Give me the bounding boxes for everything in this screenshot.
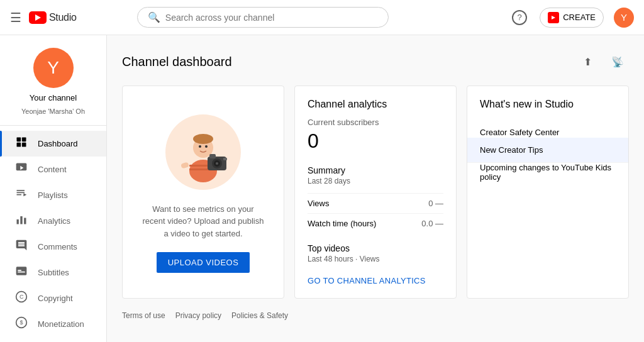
upload-prompt-text: Want to see metrics on your recent video…	[140, 203, 266, 240]
summary-section: Summary Last 28 days Views 0 —Watch time…	[308, 165, 443, 233]
terms-link[interactable]: Terms of use	[122, 311, 165, 320]
policies-link[interactable]: Policies & Safety	[231, 311, 288, 320]
metric-row: Views 0 —	[308, 193, 443, 213]
sidebar-item-label-playlists: Playlists	[38, 190, 68, 200]
svg-rect-11	[20, 216, 22, 224]
hamburger-icon[interactable]: ☰	[10, 10, 21, 25]
content-icon	[15, 162, 28, 177]
dashboard-icon	[15, 136, 28, 152]
go-to-analytics-link[interactable]: GO TO CHANNEL ANALYTICS	[308, 276, 426, 285]
sidebar-item-comments[interactable]: Comments	[0, 234, 106, 260]
subtitles-icon	[15, 265, 28, 280]
nav-items-container: DashboardContentPlaylistsAnalyticsCommen…	[0, 131, 106, 342]
youtube-logo: Studio	[29, 11, 77, 24]
subscribers-label: Current subscribers	[308, 118, 443, 127]
svg-rect-13	[16, 267, 27, 275]
upload-icon: ⬆	[584, 56, 592, 68]
sidebar-item-label-copyright: Copyright	[38, 294, 73, 303]
sidebar-item-label-analytics: Analytics	[38, 216, 70, 226]
monetization-icon: $	[15, 316, 28, 332]
sidebar-item-copyright[interactable]: CCopyright	[0, 285, 106, 311]
svg-text:C: C	[19, 294, 24, 300]
svg-rect-15	[18, 272, 25, 273]
upload-icon-button[interactable]: ⬆	[576, 50, 599, 73]
header-right: ? CREATE Y	[509, 8, 634, 28]
avatar-letter: Y	[621, 12, 627, 23]
channel-handle: Yeonjae 'Marsha' Oh	[21, 108, 85, 115]
svg-rect-14	[18, 270, 21, 271]
sidebar-item-customization[interactable]: Customization	[0, 337, 106, 342]
svg-rect-7	[17, 192, 25, 194]
footer: Terms of use Privacy policy Policies & S…	[122, 311, 629, 320]
upload-videos-button[interactable]: UPLOAD VIDEOS	[157, 252, 250, 273]
svg-point-25	[193, 134, 213, 144]
subscribers-section: Current subscribers 0	[308, 118, 443, 153]
privacy-link[interactable]: Privacy policy	[175, 311, 221, 320]
metric-label: Watch time (hours)	[308, 219, 376, 228]
go-live-icon: 📡	[611, 56, 624, 68]
header-left: ☰ Studio	[10, 10, 77, 25]
svg-text:$: $	[20, 319, 23, 326]
avatar[interactable]: Y	[614, 8, 634, 28]
sidebar: Y Your channel Yeonjae 'Marsha' Oh Dashb…	[0, 35, 107, 342]
metric-label: Views	[308, 199, 329, 208]
channel-avatar-letter: Y	[47, 58, 59, 78]
search-input[interactable]	[165, 13, 378, 23]
metric-row: Watch time (hours) 0.0 —	[308, 213, 443, 233]
sidebar-item-playlists[interactable]: Playlists	[0, 182, 106, 208]
sidebar-item-content[interactable]: Content	[0, 157, 106, 182]
svg-rect-10	[17, 219, 19, 224]
page-header: Channel dashboard ⬆ 📡	[122, 50, 629, 73]
svg-rect-6	[17, 190, 25, 191]
channel-info: Y Your channel Yeonjae 'Marsha' Oh	[0, 35, 106, 126]
channel-name: Your channel	[30, 93, 77, 102]
sidebar-item-label-subtitles: Subtitles	[38, 268, 69, 277]
news-card-title: What's new in Studio	[480, 99, 616, 110]
news-card: What's new in Studio Creator Safety Cent…	[467, 86, 629, 299]
sidebar-item-label-monetization: Monetization	[38, 319, 84, 329]
create-label: CREATE	[563, 13, 596, 22]
subscribers-count: 0	[308, 130, 443, 153]
upload-card: Want to see metrics on your recent video…	[122, 86, 284, 299]
svg-rect-0	[17, 138, 21, 142]
upload-illustration	[162, 111, 244, 193]
comments-icon	[15, 239, 28, 255]
metrics-container: Views 0 —Watch time (hours) 0.0 —	[308, 193, 443, 233]
go-live-button[interactable]: 📡	[606, 50, 629, 73]
sidebar-item-label-comments: Comments	[38, 242, 77, 251]
sidebar-item-analytics[interactable]: Analytics	[0, 208, 106, 234]
playlists-icon	[15, 187, 28, 203]
metric-value: 0 —	[428, 199, 443, 208]
svg-rect-3	[22, 143, 26, 147]
page-actions: ⬆ 📡	[576, 50, 629, 73]
search-icon: 🔍	[148, 11, 160, 23]
help-button[interactable]: ?	[509, 8, 530, 28]
summary-period: Last 28 days	[308, 177, 443, 185]
header: ☰ Studio 🔍 ? CREATE Y	[0, 0, 644, 35]
svg-point-27	[205, 145, 208, 148]
news-item[interactable]: Upcoming changes to YouTube Kids policy	[480, 155, 616, 189]
sidebar-item-subtitles[interactable]: Subtitles	[0, 260, 106, 285]
create-button[interactable]: CREATE	[540, 8, 604, 28]
create-icon	[548, 12, 559, 23]
layout: Y Your channel Yeonjae 'Marsha' Oh Dashb…	[0, 0, 644, 342]
svg-marker-9	[23, 193, 26, 196]
main-content: Channel dashboard ⬆ 📡	[107, 35, 644, 342]
sidebar-item-dashboard[interactable]: Dashboard	[0, 131, 106, 157]
svg-point-26	[199, 145, 201, 148]
svg-rect-31	[209, 154, 216, 158]
page-title: Channel dashboard	[122, 55, 232, 69]
summary-title: Summary	[308, 165, 443, 175]
analytics-title-text: Channel analytics	[308, 99, 387, 109]
sidebar-item-monetization[interactable]: $Monetization	[0, 311, 106, 337]
yt-icon	[29, 11, 47, 24]
sidebar-item-label-content: Content	[38, 165, 67, 174]
help-icon: ?	[512, 10, 527, 25]
copyright-icon: C	[15, 290, 28, 306]
svg-rect-12	[24, 218, 26, 224]
search-bar[interactable]: 🔍	[137, 7, 389, 28]
news-items-container: Creator Safety CenterNew Creator TipsUpc…	[480, 120, 616, 189]
svg-rect-8	[17, 194, 22, 196]
svg-point-34	[216, 162, 218, 165]
channel-avatar: Y	[33, 48, 74, 88]
